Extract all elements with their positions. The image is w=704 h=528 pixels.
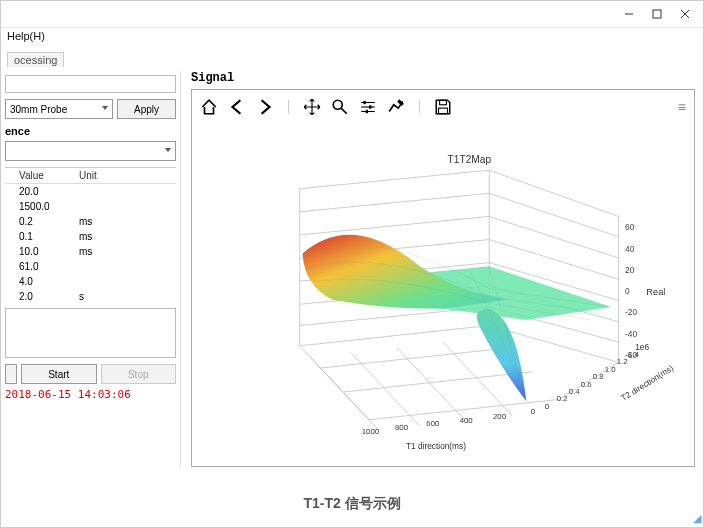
svg-text:0.4: 0.4 <box>569 387 581 396</box>
svg-line-30 <box>397 348 466 422</box>
svg-line-15 <box>300 216 489 234</box>
config-field[interactable] <box>5 75 176 93</box>
svg-text:0.8: 0.8 <box>593 372 605 381</box>
log-box <box>5 308 176 358</box>
svg-text:-40: -40 <box>625 329 637 339</box>
svg-rect-9 <box>364 101 366 104</box>
svg-text:1.2: 1.2 <box>617 357 628 366</box>
y-axis-scale: 1e6 <box>635 342 649 352</box>
svg-point-4 <box>333 100 342 109</box>
table-row: 2.0s <box>5 289 176 304</box>
tab-processing[interactable]: ocessing <box>7 52 64 67</box>
resize-handle-icon[interactable]: ◢ <box>693 512 701 525</box>
minimize-button[interactable] <box>615 5 643 23</box>
svg-text:200: 200 <box>493 412 507 421</box>
svg-text:-20: -20 <box>625 307 637 317</box>
y-axis-label: T2 direction(ms) <box>619 363 675 403</box>
back-icon[interactable] <box>228 98 246 116</box>
zoom-icon[interactable] <box>331 98 349 116</box>
svg-rect-11 <box>366 110 368 113</box>
app-window: Help(H) ocessing 30mm Probe Apply ence V… <box>0 0 704 528</box>
home-icon[interactable] <box>200 98 218 116</box>
timestamp: 2018-06-15 14:03:06 <box>5 388 176 401</box>
svg-text:400: 400 <box>460 416 474 425</box>
forward-icon[interactable] <box>256 98 274 116</box>
signal-title: Signal <box>191 71 695 85</box>
configure-icon[interactable] <box>359 98 377 116</box>
z-axis-label: Real <box>646 287 665 297</box>
svg-text:0: 0 <box>531 407 536 416</box>
col-value: Value <box>5 170 79 181</box>
chart-title: T1T2Map <box>448 154 492 165</box>
svg-text:1.0: 1.0 <box>605 365 617 374</box>
table-row: 0.2ms <box>5 214 176 229</box>
svg-text:40: 40 <box>625 244 635 254</box>
edit-chart-icon[interactable] <box>387 98 405 116</box>
menu-help[interactable]: Help(H) <box>7 30 45 42</box>
svg-text:0.2: 0.2 <box>557 394 568 403</box>
table-row: 61.0 <box>5 259 176 274</box>
x-axis-label: T1 direction(ms) <box>406 441 466 451</box>
svg-text:0: 0 <box>545 402 550 411</box>
close-button[interactable] <box>671 5 699 23</box>
surface-chart[interactable]: T1T2Map <box>192 124 694 466</box>
svg-line-26 <box>321 348 510 368</box>
stop-button[interactable]: Stop <box>101 364 177 384</box>
plot-toolbar: ≡ <box>200 96 686 118</box>
right-panel: Signal ≡ <box>191 71 695 467</box>
svg-text:800: 800 <box>395 423 409 432</box>
apply-button[interactable]: Apply <box>117 99 176 119</box>
table-row: 1500.0 <box>5 199 176 214</box>
pan-icon[interactable] <box>303 98 321 116</box>
svg-rect-13 <box>439 108 448 114</box>
title-bar <box>1 1 703 28</box>
svg-text:0.6: 0.6 <box>581 380 593 389</box>
toolbar-menu-icon[interactable]: ≡ <box>678 99 686 115</box>
maximize-button[interactable] <box>643 5 671 23</box>
start-button[interactable]: Start <box>21 364 97 384</box>
probe-select[interactable]: 30mm Probe <box>5 99 113 119</box>
svg-line-20 <box>489 193 618 236</box>
table-row: 10.0ms <box>5 244 176 259</box>
left-panel: 30mm Probe Apply ence Value Unit 20.0 15… <box>1 71 181 467</box>
svg-text:1000: 1000 <box>362 427 380 436</box>
svg-line-29 <box>351 352 420 426</box>
param-table: Value Unit 20.0 1500.0 0.2ms 0.1ms 10.0m… <box>5 167 176 304</box>
svg-rect-10 <box>369 105 371 108</box>
figure-caption: T1-T2 信号示例 <box>1 495 703 513</box>
svg-text:0: 0 <box>625 286 630 296</box>
plot-frame: ≡ T1T2Map <box>191 89 695 467</box>
svg-line-14 <box>300 193 489 211</box>
svg-text:60: 60 <box>625 222 635 232</box>
svg-text:20: 20 <box>625 265 635 275</box>
prev-button[interactable] <box>5 364 17 384</box>
svg-rect-1 <box>653 10 661 18</box>
svg-text:600: 600 <box>426 419 440 428</box>
table-row: 0.1ms <box>5 229 176 244</box>
menu-bar: Help(H) <box>1 28 703 52</box>
col-unit: Unit <box>79 170 134 181</box>
svg-line-28 <box>310 357 379 431</box>
sequence-title: ence <box>5 125 176 137</box>
table-row: 20.0 <box>5 184 176 199</box>
sequence-select[interactable] <box>5 141 176 161</box>
svg-line-21 <box>489 216 618 258</box>
save-icon[interactable] <box>434 98 452 116</box>
table-row: 4.0 <box>5 274 176 289</box>
svg-line-5 <box>341 108 347 114</box>
